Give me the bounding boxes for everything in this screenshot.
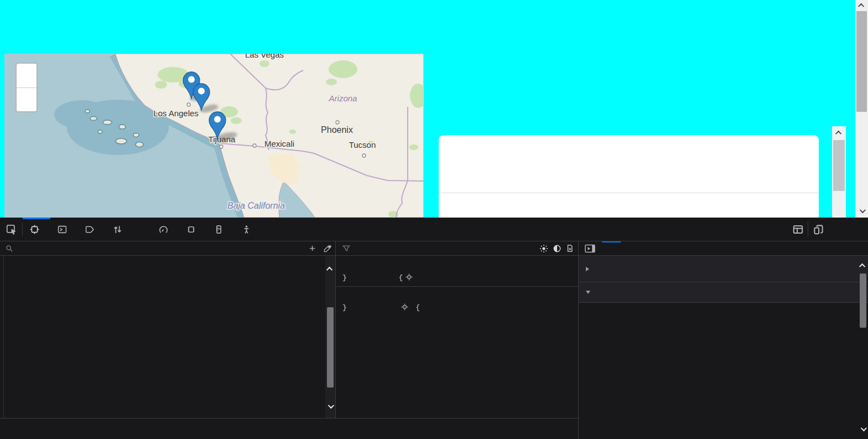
meatball-menu-icon[interactable] (828, 218, 848, 241)
map-label-phoenix: Phoenix (321, 125, 353, 135)
tab-console[interactable] (50, 218, 78, 241)
html-tree (0, 256, 335, 418)
markup-pane (0, 256, 336, 439)
layout-pane (579, 256, 868, 439)
devtools-tabbar (0, 218, 868, 241)
sidetab-compatibility[interactable] (658, 241, 677, 255)
sidetab-computed[interactable] (621, 241, 640, 255)
filter-styles-input[interactable] (355, 244, 522, 253)
map-label-tucson: Tucson (349, 140, 376, 149)
map-label-los-angeles: Los Angeles (153, 109, 199, 118)
tab-memory[interactable] (179, 218, 207, 241)
page-scrollbar[interactable] (855, 0, 868, 218)
chevron-down-icon (586, 291, 590, 294)
screen: Las Vegas Los Angeles Arizona Phoenix Me… (0, 0, 868, 439)
performance-icon (159, 225, 168, 234)
close-devtools-icon[interactable] (848, 218, 868, 241)
tabs-overflow-icon[interactable] (262, 218, 272, 241)
tab-performance[interactable] (152, 218, 179, 241)
form-scrollbar[interactable] (832, 126, 846, 218)
zoom-in-button[interactable] (17, 64, 37, 88)
print-media-icon[interactable] (566, 244, 574, 252)
sidetabs-dropdown-icon[interactable] (862, 241, 865, 255)
inspector-icon (30, 225, 39, 234)
debugger-icon (85, 225, 95, 234)
devtools-panel: + (0, 218, 868, 439)
layout-scrollbar-thumb[interactable] (860, 273, 866, 328)
rule-placeforbuttons: { } (336, 290, 578, 314)
sidebar-toggle-icon[interactable] (579, 241, 602, 255)
form-scrollbar-up-icon[interactable] (832, 127, 846, 138)
zoom-out-button[interactable] (17, 88, 37, 112)
rule-element: { } (336, 260, 578, 287)
markup-scrollbar[interactable] (325, 256, 335, 418)
light-scheme-icon[interactable] (539, 244, 548, 253)
page-scrollbar-up-icon[interactable] (855, 0, 868, 11)
chevron-right-icon (586, 267, 589, 271)
dark-scheme-icon[interactable] (553, 244, 562, 253)
split-console-icon[interactable] (788, 218, 808, 241)
sidetab-clipped[interactable] (677, 241, 679, 255)
tab-storage[interactable] (207, 218, 235, 241)
map-label-arizona: Arizona (329, 94, 357, 103)
page-scrollbar-thumb[interactable] (856, 11, 867, 112)
memory-icon (186, 225, 196, 234)
sidetab-layout[interactable] (602, 241, 621, 255)
map-label-mexicali: Mexicali (264, 139, 294, 148)
console-icon (58, 225, 67, 234)
devtools-subtoolbar: + (0, 241, 868, 256)
accessibility-icon (242, 225, 251, 234)
rules-pane: { } { } (336, 256, 579, 439)
map-label-baja: Baja California (227, 201, 285, 210)
layout-scrollbar[interactable] (858, 256, 868, 439)
map-zoom-control (15, 63, 38, 112)
google-form-embed (439, 135, 819, 218)
tab-style-editor[interactable] (133, 218, 152, 241)
search-html-input[interactable] (18, 244, 296, 253)
form-scrollbar-thumb[interactable] (833, 140, 845, 191)
tab-inspector[interactable] (23, 218, 50, 241)
responsive-mode-icon[interactable] (808, 218, 828, 241)
grid-section-header[interactable] (579, 282, 868, 303)
search-icon (6, 245, 13, 252)
form-accent-bar (439, 135, 819, 146)
filter-icon (342, 245, 350, 252)
tab-debugger[interactable] (78, 218, 106, 241)
eyedropper-icon[interactable] (324, 244, 332, 252)
add-node-icon[interactable]: + (305, 242, 319, 255)
page-scrollbar-down-icon[interactable] (855, 205, 868, 216)
pick-element-icon[interactable] (0, 218, 22, 241)
browser-viewport: Las Vegas Los Angeles Arizona Phoenix Me… (0, 0, 868, 218)
tab-accessibility[interactable] (235, 218, 262, 241)
tab-network[interactable] (106, 218, 133, 241)
storage-icon (214, 225, 224, 234)
network-icon (113, 225, 122, 234)
markup-scrollbar-thumb[interactable] (327, 307, 334, 388)
leaflet-map[interactable]: Las Vegas Los Angeles Arizona Phoenix Me… (4, 54, 424, 218)
form-divider (439, 193, 819, 193)
map-canvas: Las Vegas Los Angeles Arizona Phoenix Me… (4, 54, 424, 218)
flexbox-section-header[interactable] (579, 256, 868, 282)
map-label-las-vegas: Las Vegas (245, 54, 284, 59)
sidetab-changes[interactable] (640, 241, 658, 255)
